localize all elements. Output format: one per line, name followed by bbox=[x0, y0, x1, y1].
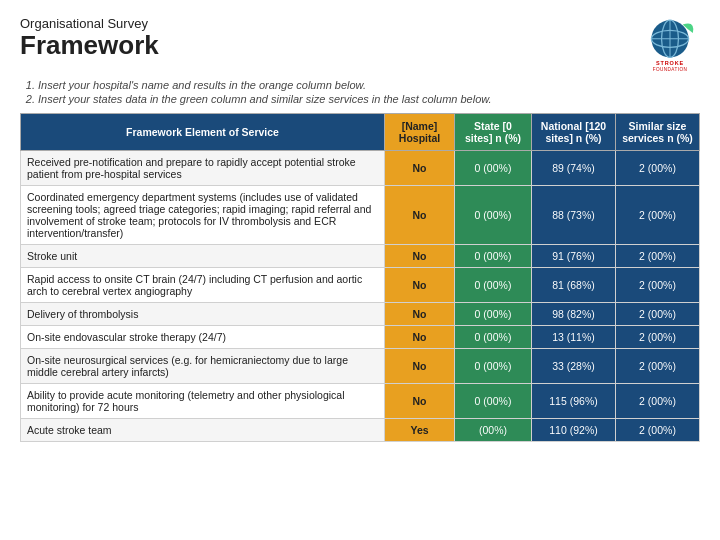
svg-text:FOUNDATION: FOUNDATION bbox=[653, 67, 688, 71]
instruction-1: Insert your hospital's name and results … bbox=[38, 79, 700, 91]
instructions-block: Insert your hospital's name and results … bbox=[20, 79, 700, 105]
cell-state: 0 (00%) bbox=[455, 349, 532, 384]
table-row: Stroke unitNo0 (00%)91 (76%)2 (00%) bbox=[21, 245, 700, 268]
cell-hospital: No bbox=[385, 186, 455, 245]
title-block: Organisational Survey Framework bbox=[20, 16, 159, 60]
cell-state: 0 (00%) bbox=[455, 151, 532, 186]
table-row: On-site endovascular stroke therapy (24/… bbox=[21, 326, 700, 349]
cell-service: Rapid access to onsite CT brain (24/7) i… bbox=[21, 268, 385, 303]
cell-similar: 2 (00%) bbox=[615, 419, 699, 442]
cell-state: 0 (00%) bbox=[455, 186, 532, 245]
cell-state: 0 (00%) bbox=[455, 303, 532, 326]
table-row: Coordinated emergency department systems… bbox=[21, 186, 700, 245]
cell-state: 0 (00%) bbox=[455, 268, 532, 303]
table-row: Rapid access to onsite CT brain (24/7) i… bbox=[21, 268, 700, 303]
table-row: Acute stroke teamYes(00%)110 (92%)2 (00%… bbox=[21, 419, 700, 442]
cell-similar: 2 (00%) bbox=[615, 186, 699, 245]
cell-hospital: No bbox=[385, 303, 455, 326]
table-row: Ability to provide acute monitoring (tel… bbox=[21, 384, 700, 419]
col-header-national: National [120 sites] n (%) bbox=[532, 114, 616, 151]
cell-hospital: Yes bbox=[385, 419, 455, 442]
framework-table: Framework Element of Service [Name] Hosp… bbox=[20, 113, 700, 442]
cell-service: On-site neurosurgical services (e.g. for… bbox=[21, 349, 385, 384]
col-header-similar: Similar size services n (%) bbox=[615, 114, 699, 151]
cell-national: 88 (73%) bbox=[532, 186, 616, 245]
cell-national: 81 (68%) bbox=[532, 268, 616, 303]
instruction-2: Insert your states data in the green col… bbox=[38, 93, 700, 105]
cell-state: 0 (00%) bbox=[455, 384, 532, 419]
cell-hospital: No bbox=[385, 151, 455, 186]
cell-hospital: No bbox=[385, 245, 455, 268]
table-row: Delivery of thrombolysisNo0 (00%)98 (82%… bbox=[21, 303, 700, 326]
table-row: On-site neurosurgical services (e.g. for… bbox=[21, 349, 700, 384]
cell-service: Stroke unit bbox=[21, 245, 385, 268]
page-header: Organisational Survey Framework STROKE F… bbox=[20, 16, 700, 71]
table-row: Received pre-notification and prepare to… bbox=[21, 151, 700, 186]
cell-similar: 2 (00%) bbox=[615, 384, 699, 419]
col-header-hospital: [Name] Hospital bbox=[385, 114, 455, 151]
cell-state: (00%) bbox=[455, 419, 532, 442]
cell-service: Ability to provide acute monitoring (tel… bbox=[21, 384, 385, 419]
cell-national: 110 (92%) bbox=[532, 419, 616, 442]
cell-national: 33 (28%) bbox=[532, 349, 616, 384]
cell-similar: 2 (00%) bbox=[615, 326, 699, 349]
cell-service: Acute stroke team bbox=[21, 419, 385, 442]
cell-similar: 2 (00%) bbox=[615, 151, 699, 186]
col-header-service: Framework Element of Service bbox=[21, 114, 385, 151]
col-header-state: State [0 sites] n (%) bbox=[455, 114, 532, 151]
cell-state: 0 (00%) bbox=[455, 245, 532, 268]
table-header-row: Framework Element of Service [Name] Hosp… bbox=[21, 114, 700, 151]
cell-national: 98 (82%) bbox=[532, 303, 616, 326]
cell-service: On-site endovascular stroke therapy (24/… bbox=[21, 326, 385, 349]
svg-text:STROKE: STROKE bbox=[656, 60, 684, 66]
cell-service: Received pre-notification and prepare to… bbox=[21, 151, 385, 186]
cell-state: 0 (00%) bbox=[455, 326, 532, 349]
cell-similar: 2 (00%) bbox=[615, 303, 699, 326]
cell-similar: 2 (00%) bbox=[615, 349, 699, 384]
cell-national: 89 (74%) bbox=[532, 151, 616, 186]
cell-hospital: No bbox=[385, 268, 455, 303]
cell-national: 115 (96%) bbox=[532, 384, 616, 419]
cell-hospital: No bbox=[385, 326, 455, 349]
cell-similar: 2 (00%) bbox=[615, 268, 699, 303]
logo-area: STROKE FOUNDATION bbox=[640, 16, 700, 71]
cell-similar: 2 (00%) bbox=[615, 245, 699, 268]
cell-hospital: No bbox=[385, 384, 455, 419]
cell-national: 91 (76%) bbox=[532, 245, 616, 268]
cell-service: Delivery of thrombolysis bbox=[21, 303, 385, 326]
stroke-foundation-logo: STROKE FOUNDATION bbox=[640, 16, 700, 71]
survey-title: Framework bbox=[20, 31, 159, 60]
cell-hospital: No bbox=[385, 349, 455, 384]
cell-service: Coordinated emergency department systems… bbox=[21, 186, 385, 245]
cell-national: 13 (11%) bbox=[532, 326, 616, 349]
survey-subtitle: Organisational Survey bbox=[20, 16, 159, 31]
